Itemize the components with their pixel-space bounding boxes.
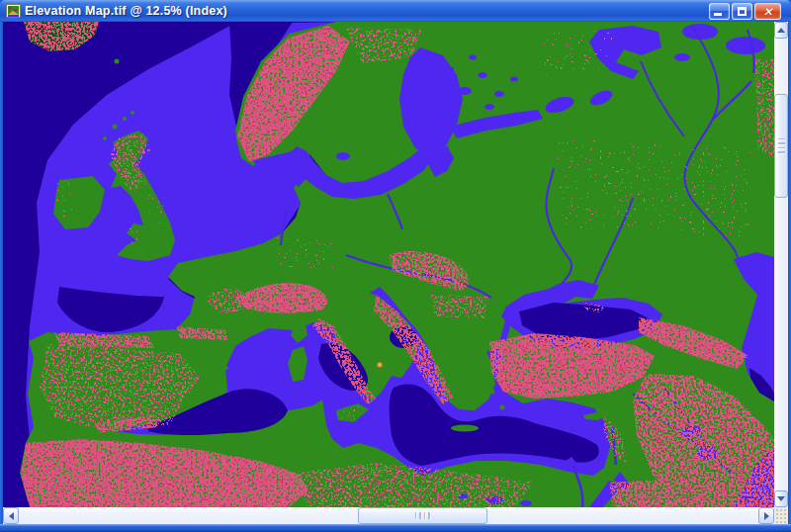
- horizontal-scrollbar[interactable]: [3, 507, 774, 524]
- arrow-down-icon: [777, 496, 785, 501]
- faroe-islands: [115, 59, 120, 64]
- window-title: Elevation Map.tif @ 12.5% (Index): [25, 4, 709, 18]
- russian-plain-scatter: [554, 138, 751, 237]
- thumb-grip-icon: [778, 138, 785, 154]
- barents-coast-water: [682, 24, 718, 40]
- window-border-bottom: [0, 524, 791, 532]
- title-bar[interactable]: Elevation Map.tif @ 12.5% (Index) ✕: [0, 0, 791, 22]
- maximize-button[interactable]: [732, 3, 752, 20]
- hejaz-sinai: [609, 479, 692, 507]
- horizontal-scroll-thumb[interactable]: [358, 507, 487, 524]
- image-document-window: Elevation Map.tif @ 12.5% (Index) ✕: [0, 0, 791, 532]
- crete: [451, 425, 479, 432]
- scroll-up-button[interactable]: [774, 22, 788, 39]
- vertical-scroll-thumb[interactable]: [774, 94, 788, 198]
- scroll-left-button[interactable]: [3, 507, 19, 524]
- minimize-icon: [714, 13, 722, 16]
- maximize-icon: [738, 7, 747, 16]
- pennines: [148, 194, 164, 225]
- close-button[interactable]: ✕: [754, 3, 781, 20]
- close-icon: ✕: [755, 4, 780, 19]
- tiff-thumbnail-icon[interactable]: [6, 4, 22, 19]
- scroll-right-button[interactable]: [758, 507, 774, 524]
- arrow-left-icon: [9, 512, 14, 520]
- minimize-button[interactable]: [709, 3, 730, 20]
- scroll-down-button[interactable]: [774, 490, 788, 507]
- caption-buttons: ✕: [709, 3, 781, 20]
- wales-highlands: [125, 227, 140, 243]
- window-border-left: [0, 22, 3, 524]
- map-canvas[interactable]: [3, 22, 774, 507]
- arrow-right-icon: [764, 512, 769, 520]
- kola-karelia: [534, 28, 615, 75]
- vertical-scrollbar[interactable]: [774, 22, 788, 507]
- elevation-map-raster: [3, 22, 774, 507]
- lake-vanern: [336, 152, 350, 160]
- thumb-grip-icon: [415, 512, 431, 519]
- ural-foothills: [755, 59, 774, 158]
- central-uplands: [277, 237, 336, 275]
- balkan-mountains: [431, 295, 488, 318]
- resize-grip[interactable]: [774, 507, 788, 524]
- arrow-up-icon: [777, 28, 785, 33]
- mallorca: [198, 375, 210, 380]
